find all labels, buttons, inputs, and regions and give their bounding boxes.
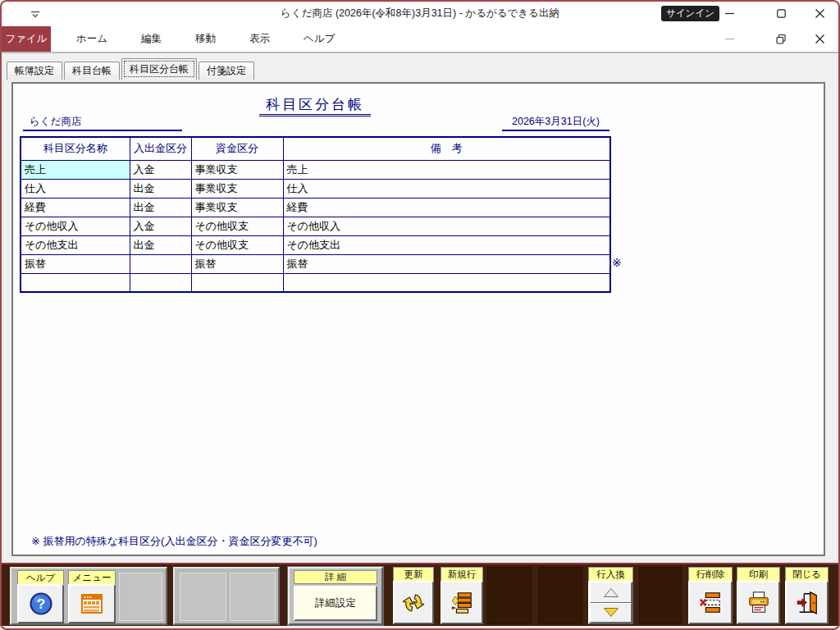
minimize-icon <box>725 9 734 18</box>
col-header-name: 科目区分名称 <box>21 137 130 160</box>
table-row: その他収入 入金 その他収支 その他収入 <box>21 217 610 235</box>
col-header-fund: 資金区分 <box>191 137 283 160</box>
cell-fund[interactable]: 事業収支 <box>191 160 283 179</box>
detail-settings-label[interactable]: 詳細設定 <box>294 586 377 621</box>
cell-io[interactable]: 出金 <box>130 179 191 198</box>
table-row: 振替 振替 振替 <box>21 254 610 273</box>
close-icon <box>815 34 824 43</box>
tab-category-ledger[interactable]: 科目区分台帳 <box>121 58 197 80</box>
menu-window-icon <box>80 591 104 616</box>
cell-io[interactable] <box>130 254 191 273</box>
triangle-down-icon <box>602 607 620 618</box>
child-close-button[interactable] <box>801 26 838 52</box>
table-row: 売上 入金 事業収支 売上 <box>21 160 610 179</box>
table-row: 経費 出金 事業収支 経費 <box>21 198 610 217</box>
close-button[interactable] <box>801 0 838 26</box>
exit-door-icon <box>795 591 819 615</box>
cell-note[interactable]: 売上 <box>283 160 610 179</box>
row-swap-button[interactable]: 行入換 <box>588 567 633 624</box>
cell-fund[interactable]: 事業収支 <box>191 198 283 217</box>
workspace: 帳簿設定 科目台帳 科目区分台帳 付箋設定 科目区分台帳 らくだ商店 2026年… <box>0 53 840 563</box>
table-row: その他支出 出金 その他収支 その他支出 <box>21 235 610 254</box>
menu-button[interactable]: メニュー <box>68 570 116 623</box>
col-header-note: 備 考 <box>283 137 610 160</box>
cell-io[interactable]: 出金 <box>130 235 191 254</box>
child-minimize-button[interactable] <box>710 26 748 52</box>
cell-fund[interactable]: その他収支 <box>191 235 283 254</box>
minimize-icon <box>725 34 734 43</box>
table-header-row: 科目区分名称 入出金区分 資金区分 備 考 <box>21 137 610 160</box>
close-screen-button[interactable]: 閉じる <box>785 567 829 624</box>
page-title: 科目区分台帳 <box>233 95 397 114</box>
svg-text:?: ? <box>36 596 44 612</box>
detail-settings-button[interactable]: 詳 細 詳細設定 <box>288 567 383 625</box>
cell-io[interactable] <box>130 273 191 292</box>
row-up-button[interactable] <box>590 582 632 603</box>
tab-book-settings[interactable]: 帳簿設定 <box>7 62 62 80</box>
menu-move[interactable]: 移動 <box>184 26 227 52</box>
maximize-icon <box>777 9 786 18</box>
toolbar-group-2 <box>173 567 280 625</box>
menu-home[interactable]: ホーム <box>65 26 119 52</box>
table-row: 仕入 出金 事業収支 仕入 <box>21 179 610 198</box>
cell-name[interactable]: 経費 <box>21 198 130 217</box>
toolbar-group-left: ヘルプ ? メニュー <box>10 567 167 625</box>
footnote: ※ 振替用の特殊な科目区分(入出金区分・資金区分変更不可) <box>31 534 317 549</box>
help-icon: ? <box>29 591 53 616</box>
insert-row-icon <box>450 591 474 615</box>
cell-fund[interactable] <box>191 273 283 292</box>
child-restore-button[interactable] <box>762 26 800 52</box>
table-row <box>21 273 610 292</box>
refresh-icon <box>401 591 426 615</box>
cell-name[interactable]: その他収入 <box>21 217 130 235</box>
row-delete-button[interactable]: 行削除 <box>688 567 733 624</box>
printer-icon <box>746 591 771 615</box>
cell-fund[interactable]: 事業収支 <box>191 179 283 198</box>
maximize-button[interactable] <box>762 0 800 26</box>
new-row-button[interactable]: 新規行 <box>441 567 483 624</box>
cell-name[interactable] <box>21 273 130 292</box>
cell-name[interactable]: 仕入 <box>21 179 130 198</box>
cell-io[interactable]: 入金 <box>130 217 191 235</box>
menu-file[interactable]: ファイル <box>2 26 51 52</box>
ledger-panel: 科目区分台帳 らくだ商店 2026年3月31日(火) 科目区分名称 入出金区分 … <box>11 82 825 556</box>
restore-icon <box>776 34 786 44</box>
menu-view[interactable]: 表示 <box>238 26 281 52</box>
cell-note[interactable]: 振替 <box>283 254 610 273</box>
company-name: らくだ商店 <box>23 113 182 131</box>
cell-note[interactable] <box>283 273 610 292</box>
menu-help[interactable]: ヘルプ <box>292 26 346 52</box>
cell-name-selected[interactable]: 売上 <box>21 160 130 179</box>
update-button[interactable]: 更新 <box>393 567 434 624</box>
app-window: らくだ商店 (2026年(令和8年)3月31日) - かるがるできる出納 サイン… <box>0 0 840 630</box>
empty-toolbar-slot <box>639 567 682 624</box>
tab-sticky-settings[interactable]: 付箋設定 <box>199 62 254 80</box>
detail-group-label: 詳 細 <box>294 570 377 584</box>
help-button[interactable]: ヘルプ ? <box>17 570 64 623</box>
cell-note[interactable]: その他収入 <box>283 217 610 235</box>
close-icon <box>815 9 824 18</box>
function-toolbar: ヘルプ ? メニュー 詳 細 詳細設定 更新 新規行 <box>0 563 840 626</box>
report-date: 2026年3月31日(火) <box>502 113 609 131</box>
delete-row-icon <box>698 591 723 615</box>
empty-button-slot <box>180 573 226 621</box>
transfer-row-marker: ※ <box>612 256 622 269</box>
cell-name[interactable]: 振替 <box>21 254 130 273</box>
tab-account-ledger[interactable]: 科目台帳 <box>64 62 120 80</box>
cell-io[interactable]: 出金 <box>130 198 191 217</box>
cell-note[interactable]: 経費 <box>283 198 610 217</box>
row-down-button[interactable] <box>590 603 632 623</box>
cell-io[interactable]: 入金 <box>130 160 191 179</box>
window-bottom-strip <box>0 626 840 630</box>
cell-fund[interactable]: 振替 <box>191 254 283 273</box>
minimize-button[interactable] <box>710 0 748 26</box>
cell-note[interactable]: 仕入 <box>283 179 610 198</box>
category-table: 科目区分名称 入出金区分 資金区分 備 考 売上 入金 事業収支 売上 仕入 出… <box>20 136 611 293</box>
cell-fund[interactable]: その他収支 <box>191 217 283 235</box>
col-header-io: 入出金区分 <box>130 137 191 160</box>
print-button[interactable]: 印刷 <box>737 567 780 624</box>
menu-edit[interactable]: 編集 <box>130 26 173 52</box>
title-bar: らくだ商店 (2026年(令和8年)3月31日) - かるがるできる出納 サイン… <box>0 0 840 26</box>
cell-name[interactable]: その他支出 <box>21 235 130 254</box>
cell-note[interactable]: その他支出 <box>283 235 610 254</box>
